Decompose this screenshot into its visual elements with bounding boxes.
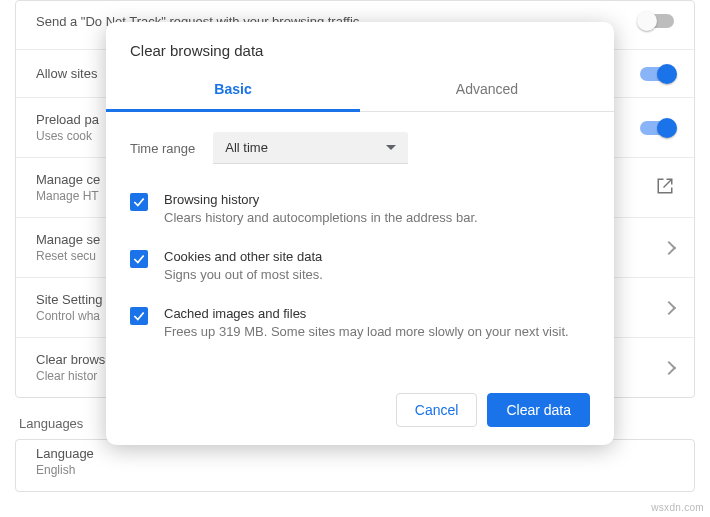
clear-browsing-data-dialog: Clear browsing data Basic Advanced Time …: [106, 22, 614, 445]
checkbox-checked-icon[interactable]: [130, 250, 148, 268]
option-subtitle: Signs you out of most sites.: [164, 267, 323, 282]
dialog-tabs: Basic Advanced: [106, 71, 614, 112]
toggle-allow-sites[interactable]: [640, 67, 674, 81]
dialog-title: Clear browsing data: [106, 22, 614, 71]
setting-language[interactable]: Language English: [16, 440, 694, 491]
time-range-value: All time: [225, 140, 268, 155]
option-subtitle: Frees up 319 MB. Some sites may load mor…: [164, 324, 569, 339]
clear-data-button[interactable]: Clear data: [487, 393, 590, 427]
open-external-icon: [656, 177, 674, 198]
watermark: wsxdn.com: [651, 502, 704, 513]
option-title: Cached images and files: [164, 306, 569, 321]
option-title: Cookies and other site data: [164, 249, 323, 264]
option-title: Browsing history: [164, 192, 478, 207]
chevron-right-icon: [662, 300, 676, 314]
dropdown-icon: [386, 145, 396, 150]
chevron-right-icon: [662, 360, 676, 374]
checkbox-checked-icon[interactable]: [130, 307, 148, 325]
tab-basic[interactable]: Basic: [106, 71, 360, 112]
setting-subtitle: English: [36, 463, 674, 477]
checkbox-checked-icon[interactable]: [130, 193, 148, 211]
toggle-do-not-track[interactable]: [640, 14, 674, 28]
cancel-button[interactable]: Cancel: [396, 393, 478, 427]
toggle-preload[interactable]: [640, 121, 674, 135]
option-cache[interactable]: Cached images and files Frees up 319 MB.…: [130, 294, 590, 351]
tab-advanced[interactable]: Advanced: [360, 71, 614, 111]
time-range-select[interactable]: All time: [213, 132, 408, 164]
option-subtitle: Clears history and autocompletions in th…: [164, 210, 478, 225]
time-range-label: Time range: [130, 141, 195, 156]
chevron-right-icon: [662, 240, 676, 254]
setting-title: Language: [36, 446, 674, 461]
languages-section: Language English: [15, 439, 695, 492]
option-cookies[interactable]: Cookies and other site data Signs you ou…: [130, 237, 590, 294]
option-browsing-history[interactable]: Browsing history Clears history and auto…: [130, 180, 590, 237]
